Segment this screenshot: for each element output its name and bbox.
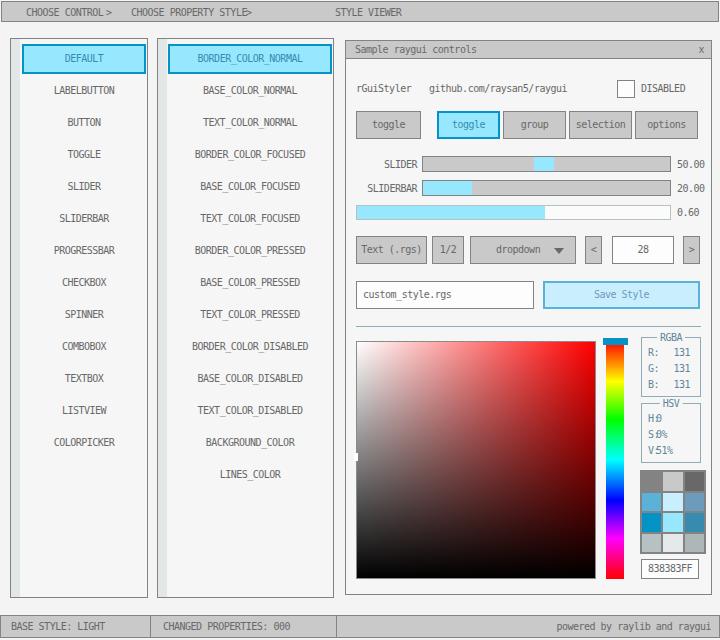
control-item-sliderbar[interactable]: SLIDERBAR [22, 204, 146, 234]
color-picker-sv-area[interactable] [356, 341, 596, 579]
slider-thumb[interactable] [534, 157, 554, 171]
sliderbar-label: SLIDERBAR [356, 183, 417, 194]
property-item-background-color[interactable]: BACKGROUND_COLOR [168, 428, 332, 458]
window-titlebar: Sample raygui controls x [346, 41, 711, 59]
sv-selector-marker[interactable] [354, 453, 358, 461]
swatch-border-focused [642, 493, 661, 512]
s-value: 0% [656, 429, 667, 440]
sliderbar-value: 20.00 [677, 183, 705, 194]
controls-list-scrollbar[interactable] [11, 39, 20, 597]
control-item-default[interactable]: DEFAULT [22, 44, 146, 74]
progress-value: 0.60 [677, 207, 699, 218]
control-item-spinner[interactable]: SPINNER [22, 300, 146, 330]
properties-list-panel: BORDER_COLOR_NORMAL BASE_COLOR_NORMAL TE… [157, 38, 334, 598]
b-value: 131 [673, 379, 690, 390]
property-item-base-color-disabled[interactable]: BASE_COLOR_DISABLED [168, 364, 332, 394]
disabled-checkbox[interactable] [617, 80, 635, 98]
sliderbar-track[interactable] [422, 180, 671, 196]
property-item-base-color-normal[interactable]: BASE_COLOR_NORMAL [168, 76, 332, 106]
github-link[interactable]: github.com/raysan5/raygui [429, 83, 567, 94]
sample-controls-window: Sample raygui controls x rGuiStyler gith… [345, 40, 712, 595]
text-rgs-button[interactable]: Text (.rgs) [356, 236, 427, 264]
progress-bar [356, 205, 671, 220]
swatch-base-focused [663, 493, 682, 512]
close-icon[interactable]: x [698, 41, 704, 58]
status-base-style: BASE STYLE: LIGHT [0, 615, 151, 638]
hue-bar[interactable] [606, 341, 624, 579]
step-choose-control: CHOOSE CONTROL [26, 7, 103, 18]
control-item-colorpicker[interactable]: COLORPICKER [22, 428, 146, 458]
property-item-border-color-disabled[interactable]: BORDER_COLOR_DISABLED [168, 332, 332, 362]
swatch-text-pressed [685, 513, 704, 532]
controls-list-panel: DEFAULT LABELBUTTON BUTTON TOGGLE SLIDER… [10, 38, 148, 598]
property-item-base-color-pressed[interactable]: BASE_COLOR_PRESSED [168, 268, 332, 298]
swatch-text-normal [685, 472, 704, 491]
toggle-button[interactable]: toggle [356, 111, 421, 139]
spinner-increment-button[interactable]: > [683, 236, 700, 264]
slider-label: SLIDER [356, 159, 417, 170]
control-item-labelbutton[interactable]: LABELBUTTON [22, 76, 146, 106]
window-title: Sample raygui controls [355, 44, 476, 55]
r-value: 131 [673, 347, 690, 358]
rgba-title: RGBA [657, 332, 685, 343]
property-item-lines-color[interactable]: LINES_COLOR [168, 460, 332, 490]
progress-fill [357, 206, 545, 219]
status-powered-by: powered by raylib and raygui [336, 615, 720, 638]
hue-selector[interactable] [603, 338, 628, 345]
property-item-base-color-focused[interactable]: BASE_COLOR_FOCUSED [168, 172, 332, 202]
slider-value: 50.00 [677, 159, 705, 170]
control-item-checkbox[interactable]: CHECKBOX [22, 268, 146, 298]
property-item-text-color-pressed[interactable]: TEXT_COLOR_PRESSED [168, 300, 332, 330]
property-item-text-color-disabled[interactable]: TEXT_COLOR_DISABLED [168, 396, 332, 426]
style-color-palette [640, 470, 706, 554]
swatch-border-normal [642, 472, 661, 491]
disabled-label: DISABLED [641, 83, 685, 94]
control-item-slider[interactable]: SLIDER [22, 172, 146, 202]
hsv-title: HSV [660, 398, 683, 409]
control-item-combobox[interactable]: COMBOBOX [22, 332, 146, 362]
property-item-text-color-normal[interactable]: TEXT_COLOR_NORMAL [168, 108, 332, 138]
properties-list-scrollbar[interactable] [158, 39, 167, 597]
property-item-border-color-normal[interactable]: BORDER_COLOR_NORMAL [168, 44, 332, 74]
dropdown-label: dropdown [496, 244, 540, 255]
control-item-progressbar[interactable]: PROGRESSBAR [22, 236, 146, 266]
h-value: 0 [656, 413, 662, 424]
style-filename-input[interactable]: custom_style.rgs [356, 281, 534, 309]
control-item-textbox[interactable]: TEXTBOX [22, 364, 146, 394]
toggle-group-item-selection[interactable]: selection [569, 111, 632, 139]
save-style-button[interactable]: Save Style [543, 281, 700, 309]
swatch-base-normal [663, 472, 682, 491]
control-item-toggle[interactable]: TOGGLE [22, 140, 146, 170]
toggle-group-item-group[interactable]: group [503, 111, 566, 139]
slider-track[interactable] [422, 156, 671, 172]
chevron-right-icon: > [106, 7, 112, 18]
status-changed-properties: CHANGED PROPERTIES: 000 [150, 615, 337, 638]
v-value: 51% [656, 445, 673, 456]
property-item-border-color-pressed[interactable]: BORDER_COLOR_PRESSED [168, 236, 332, 266]
swatch-base-pressed [663, 513, 682, 532]
property-item-text-color-focused[interactable]: TEXT_COLOR_FOCUSED [168, 204, 332, 234]
property-item-border-color-focused[interactable]: BORDER_COLOR_FOCUSED [168, 140, 332, 170]
chevron-down-icon [554, 248, 564, 254]
brand-label: rGuiStyler [356, 83, 411, 94]
half-button[interactable]: 1/2 [432, 236, 464, 264]
swatch-text-disabled [685, 534, 704, 553]
control-item-button[interactable]: BUTTON [22, 108, 146, 138]
sliderbar-fill [423, 181, 472, 195]
wizard-steps-bar: CHOOSE CONTROL > CHOOSE PROPERTY STYLE >… [1, 1, 719, 22]
rgba-groupbox: RGBA R: 131 G: 131 B: 131 [641, 337, 701, 397]
chevron-right-icon: > [246, 7, 252, 18]
swatch-base-disabled [663, 534, 682, 553]
step-style-viewer: STYLE VIEWER [335, 7, 401, 18]
swatch-text-focused [685, 493, 704, 512]
swatch-border-disabled [642, 534, 661, 553]
hex-color-input[interactable]: 838383FF [641, 559, 699, 579]
g-value: 131 [673, 363, 690, 374]
section-divider [356, 326, 701, 327]
toggle-group-item-toggle[interactable]: toggle [437, 111, 500, 139]
toggle-group-item-options[interactable]: options [635, 111, 698, 139]
spinner-value-box[interactable]: 28 [612, 236, 674, 264]
spinner-decrement-button[interactable]: < [585, 236, 602, 264]
control-item-listview[interactable]: LISTVIEW [22, 396, 146, 426]
dropdown-select[interactable]: dropdown [470, 236, 576, 264]
